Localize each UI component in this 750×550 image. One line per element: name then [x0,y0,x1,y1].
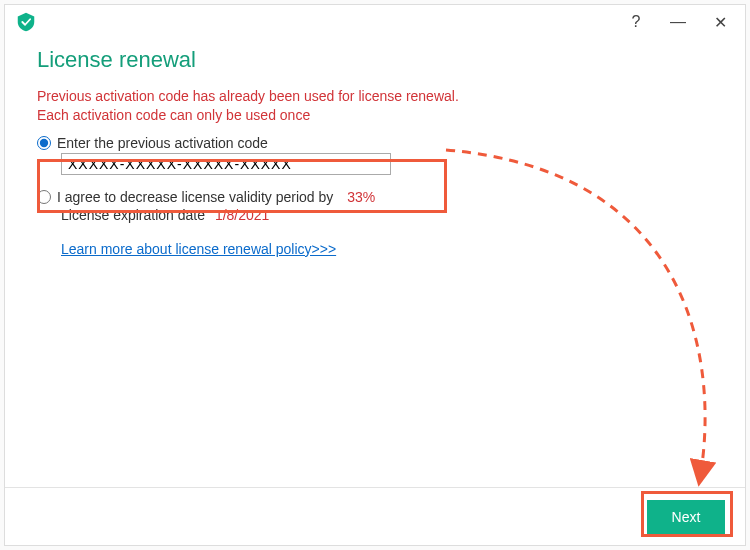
titlebar: ? — ✕ [5,5,745,39]
radio-decrease-row[interactable]: I agree to decrease license validity per… [37,187,713,207]
content-area: License renewal Previous activation code… [5,39,745,487]
expiration-date: 1/8/2021 [215,207,270,223]
close-icon[interactable]: ✕ [703,8,737,36]
radio-enter-code-label: Enter the previous activation code [57,135,268,151]
minimize-icon[interactable]: — [661,8,695,36]
error-message: Previous activation code has already bee… [37,87,713,125]
error-line-2: Each activation code can only be used on… [37,107,310,123]
decrease-percent: 33% [347,189,375,205]
option-decrease: I agree to decrease license validity per… [37,187,713,257]
option-enter-code: Enter the previous activation code [37,133,713,175]
error-line-1: Previous activation code has already bee… [37,88,459,104]
page-title: License renewal [37,47,713,73]
radio-decrease[interactable] [37,190,51,204]
footer: Next [5,487,745,545]
help-icon[interactable]: ? [619,8,653,36]
activation-code-input[interactable] [61,153,391,175]
learn-more-link[interactable]: Learn more about license renewal policy>… [61,241,336,257]
radio-decrease-label: I agree to decrease license validity per… [57,189,333,205]
expiration-label: License expiration date [61,207,205,223]
kaspersky-shield-icon [15,11,37,33]
radio-enter-code[interactable] [37,136,51,150]
license-renewal-window: ? — ✕ License renewal Previous activatio… [4,4,746,546]
radio-enter-code-row[interactable]: Enter the previous activation code [37,133,713,153]
next-button[interactable]: Next [647,500,725,534]
